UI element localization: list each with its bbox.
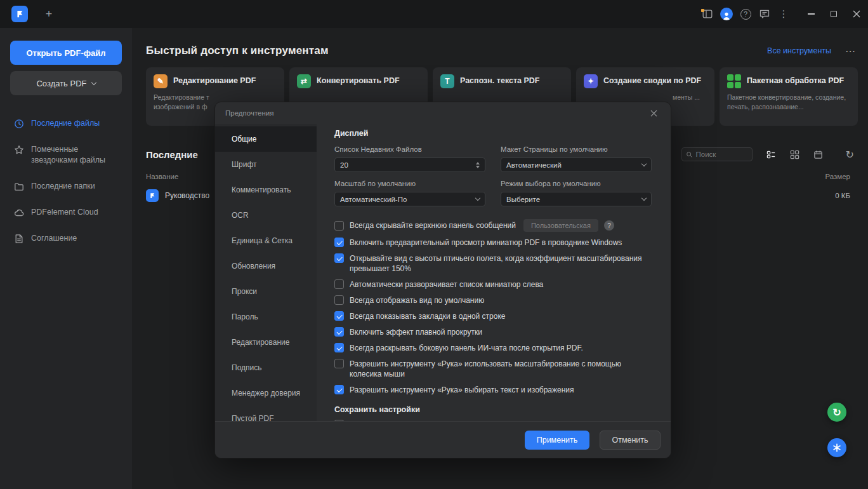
ocr-pdf-icon: T	[440, 74, 454, 88]
checkbox-icon[interactable]	[334, 279, 344, 289]
close-icon	[853, 10, 860, 18]
cancel-button[interactable]: Отменить	[600, 431, 661, 450]
search-icon	[686, 151, 693, 159]
pref-checkbox-row[interactable]: Включить эффект плавной прокрутки	[334, 327, 652, 337]
recent-files-count-input[interactable]	[334, 157, 485, 172]
pref-nav-updates[interactable]: Обновления	[215, 253, 317, 279]
sidebar-item-agreement[interactable]: Соглашение	[10, 227, 122, 250]
pdfelement-logo[interactable]	[11, 6, 28, 22]
help-button[interactable]: ?	[736, 4, 755, 23]
checkbox-icon[interactable]	[334, 327, 344, 337]
star-icon	[14, 145, 24, 155]
checkbox-icon[interactable]	[334, 385, 344, 394]
pref-nav-password[interactable]: Пароль	[215, 304, 317, 330]
checkbox-icon[interactable]	[334, 253, 344, 263]
pref-nav-proxy[interactable]: Прокси	[215, 279, 317, 304]
file-size: 0 КБ	[835, 192, 850, 199]
dialog-titlebar: Предпочтения	[215, 102, 671, 124]
user-avatar[interactable]	[717, 4, 736, 23]
pref-nav-blank-pdf[interactable]: Пустой PDF	[215, 406, 317, 421]
pref-checkbox-row[interactable]: Разрешить инструменту «Рука» использоват…	[334, 359, 652, 379]
dialog-footer: Применить Отменить	[215, 421, 671, 458]
pref-nav-units-grid[interactable]: Единица & Сетка	[215, 228, 317, 253]
checkbox-icon[interactable]	[334, 359, 344, 368]
notification-dot	[701, 9, 704, 12]
minimize-button[interactable]	[799, 0, 822, 28]
tool-card-title: Создание сводки по PDF	[603, 74, 701, 86]
pref-nav-font[interactable]: Шрифт	[215, 152, 317, 177]
refresh-icon[interactable]: ↻	[846, 149, 854, 161]
field-label: Макет Страницы по умолчанию	[501, 145, 652, 153]
feedback-icon[interactable]	[755, 4, 774, 23]
whats-new-icon[interactable]	[698, 4, 717, 23]
pref-nav-general[interactable]: Общие	[215, 126, 317, 152]
pref-nav-editing[interactable]: Редактирование	[215, 330, 317, 355]
file-name: Руководство	[165, 191, 209, 200]
tool-card-title: Конвертировать PDF	[317, 74, 400, 86]
new-tab-button[interactable]: +	[41, 6, 57, 22]
all-tools-link[interactable]: Все инструменты	[767, 46, 831, 55]
pref-nav-trust-manager[interactable]: Менеджер доверия	[215, 380, 317, 406]
sidebar-item-cloud[interactable]: PDFelement Cloud	[10, 201, 122, 224]
selection-mode-field: Режим выбора по умолчанию Выберите	[501, 180, 652, 206]
floating-sync-button[interactable]: ↻	[827, 403, 846, 422]
spinner-arrows-icon[interactable]	[476, 162, 480, 168]
preferences-dialog: Предпочтения Общие Шрифт Комментировать …	[214, 102, 671, 459]
close-button[interactable]	[845, 0, 868, 28]
pref-checkbox-row[interactable]: Включить предварительный просмотр миниат…	[334, 238, 652, 248]
checkbox-icon[interactable]	[334, 295, 344, 305]
checkbox-label: Всегда скрывайте верхнюю панель сообщени…	[350, 220, 516, 231]
checkbox-icon[interactable]	[334, 238, 344, 247]
sidebar-item-recent-files[interactable]: Последние файлы	[10, 112, 122, 135]
more-tools-icon[interactable]: ⋯	[845, 45, 855, 57]
pref-nav-comment[interactable]: Комментировать	[215, 177, 317, 203]
pref-checkbox-row[interactable]: Всегда раскрывать боковую панель ИИ-чата…	[334, 343, 652, 353]
pref-checkbox-row[interactable]: Всегда показывать закладки в одной строк…	[334, 311, 652, 321]
sidebar-item-label: Последние папки	[31, 181, 95, 192]
open-pdf-button[interactable]: Открыть PDF-файл	[10, 41, 122, 65]
search-input[interactable]	[695, 151, 747, 158]
floating-support-button[interactable]	[827, 438, 846, 457]
pref-nav-signature[interactable]: Подпись	[215, 355, 317, 380]
recent-files-count-value[interactable]	[340, 161, 454, 169]
dialog-close-button[interactable]	[647, 106, 661, 120]
pref-checkbox-row[interactable]: Всегда отображать вид по умолчанию	[334, 295, 652, 305]
display-heading: Дисплей	[334, 129, 652, 138]
checkbox-icon[interactable]	[334, 221, 344, 231]
column-name: Название	[146, 173, 178, 180]
help-icon[interactable]: ?	[604, 220, 614, 231]
pref-checkbox-row[interactable]: Открывайте вид с высоты птичьего полета,…	[334, 253, 652, 274]
search-box[interactable]	[681, 147, 753, 161]
page-layout-select[interactable]: Автоматический	[501, 157, 652, 172]
tool-card-batch-pdf[interactable]: Пакетная обработка PDF Пакетное конверти…	[720, 67, 858, 126]
sidebar-item-starred-files[interactable]: Помеченные звездочками файлы	[10, 138, 122, 172]
chevron-down-icon	[475, 196, 480, 201]
checkbox-label: Включить эффект плавной прокрутки	[350, 327, 482, 337]
custom-message-bar-button[interactable]: Пользовательская	[523, 219, 598, 232]
summarize-pdf-icon: ✦	[584, 74, 598, 88]
checkbox-icon[interactable]	[334, 311, 344, 321]
create-pdf-button[interactable]: Создать PDF	[10, 71, 122, 95]
list-view-icon[interactable]	[766, 150, 776, 159]
sidebar-item-recent-folders[interactable]: Последние папки	[10, 175, 122, 198]
tool-card-desc: Пакетное конвертирование, создание, печа…	[727, 93, 850, 111]
pref-checkbox-row[interactable]: Разрешить инструменту «Рука» выбирать те…	[334, 385, 652, 395]
checkbox-icon[interactable]	[334, 343, 344, 352]
grid-view-icon[interactable]	[790, 150, 799, 159]
edit-pdf-icon: ✎	[154, 74, 168, 88]
calendar-view-icon[interactable]	[813, 150, 823, 159]
zoom-field: Масштаб по умолчанию Автоматический-По	[334, 180, 485, 206]
checkbox-label: Разрешить инструменту «Рука» выбирать те…	[350, 385, 574, 395]
checkbox-icon[interactable]	[334, 420, 344, 421]
default-zoom-select[interactable]: Автоматический-По	[334, 192, 485, 206]
pref-checkbox-row[interactable]: Всегда скрывайте верхнюю панель сообщени…	[334, 219, 652, 232]
menu-kebab-icon[interactable]: ⋮	[774, 4, 793, 23]
preferences-nav: Общие Шрифт Комментировать OCR Единица &…	[215, 124, 317, 421]
window-controls	[799, 0, 868, 28]
apply-button[interactable]: Применить	[525, 431, 589, 450]
close-icon	[650, 110, 657, 117]
maximize-button[interactable]	[822, 0, 845, 28]
pref-checkbox-row[interactable]: Автоматически разворачивает список миниа…	[334, 279, 652, 290]
pref-nav-ocr[interactable]: OCR	[215, 203, 317, 228]
selection-mode-select[interactable]: Выберите	[501, 192, 652, 206]
